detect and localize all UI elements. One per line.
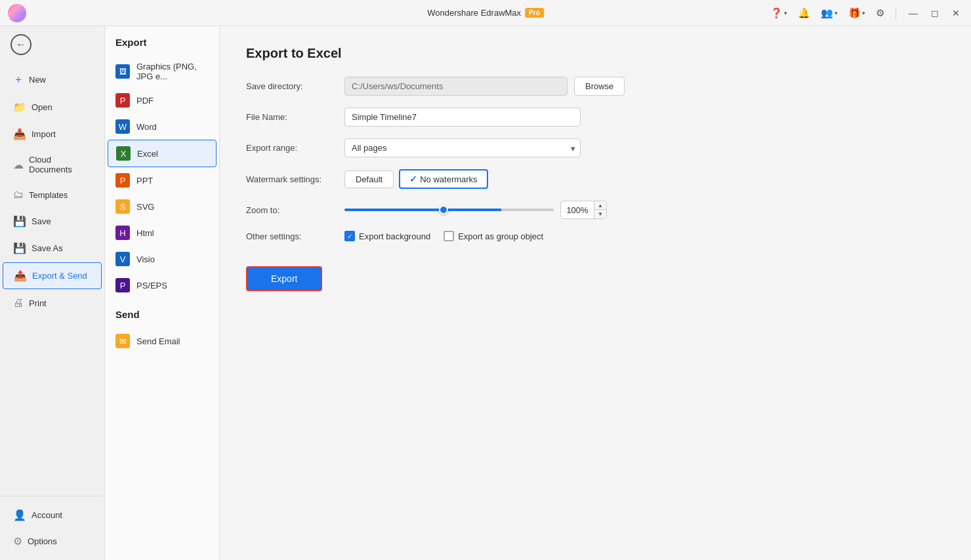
middle-panel: Export 🖼 Graphics (PNG, JPG e... P PDF W…	[105, 26, 220, 560]
settings-icon-btn[interactable]: ⚙	[874, 5, 886, 21]
word-icon: W	[115, 119, 130, 134]
new-icon: ＋	[13, 73, 24, 87]
panel-item-visio[interactable]: V Visio	[105, 246, 219, 272]
pdf-icon: P	[115, 93, 130, 108]
other-settings-row: Other settings: ✓ Export background Expo…	[246, 231, 945, 241]
watermark-label: Watermark settings:	[246, 174, 344, 184]
panel-item-ppt[interactable]: P PPT	[105, 167, 219, 193]
file-name-input[interactable]	[344, 108, 581, 127]
notification-icon-btn[interactable]: 🔔	[796, 5, 812, 21]
ppt-icon: P	[115, 173, 130, 188]
watermark-none-button[interactable]: ✓ No watermarks	[399, 169, 487, 189]
avatar	[8, 4, 26, 22]
account-icon: 👤	[13, 509, 26, 521]
file-name-row: File Name:	[246, 108, 945, 127]
zoom-value-group: ▲ ▼	[560, 201, 607, 219]
panel-item-word[interactable]: W Word	[105, 113, 219, 140]
pseps-icon: P	[115, 278, 130, 292]
panel-item-graphics[interactable]: 🖼 Graphics (PNG, JPG e...	[105, 56, 219, 87]
panel-item-label-sendemail: Send Email	[136, 336, 180, 346]
sidebar-item-label-saveas: Save As	[31, 243, 63, 253]
close-button[interactable]: ✕	[949, 7, 963, 20]
gift-icon-btn[interactable]: 🎁▾	[846, 5, 867, 21]
save-directory-label: Save directory:	[246, 81, 344, 91]
panel-item-label-graphics: Graphics (PNG, JPG e...	[136, 62, 209, 81]
export-section-title: Export	[105, 37, 219, 56]
send-section-title: Send	[105, 298, 219, 328]
left-sidebar: ← ＋ New 📁 Open 📥 Import ☁ Cloud Document…	[0, 26, 105, 560]
file-name-controls	[344, 108, 945, 127]
sidebar-item-save[interactable]: 💾 Save	[3, 209, 102, 234]
export-range-select[interactable]: All pages Current page Selected pages	[344, 138, 581, 157]
restore-button[interactable]: ◻	[928, 7, 942, 20]
excel-icon: X	[116, 146, 131, 161]
titlebar-center: Wondershare EdrawMax Pro	[427, 8, 544, 18]
zoom-up-button[interactable]: ▲	[594, 201, 606, 210]
back-button[interactable]: ←	[0, 26, 104, 63]
export-range-controls: All pages Current page Selected pages ▾	[344, 138, 945, 157]
panel-item-pseps[interactable]: P PS/EPS	[105, 272, 219, 298]
templates-icon: 🗂	[13, 189, 24, 201]
sidebar-item-export[interactable]: 📤 Export & Send	[3, 262, 102, 289]
export-range-row: Export range: All pages Current page Sel…	[246, 138, 945, 157]
save-directory-row: Save directory: Browse	[246, 77, 945, 96]
help-icon-btn[interactable]: ❓▾	[768, 5, 789, 21]
panel-item-svg[interactable]: S SVG	[105, 193, 219, 220]
zoom-row: Zoom to: ▲ ▼	[246, 201, 945, 219]
svg-icon: S	[115, 199, 130, 214]
sidebar-item-print[interactable]: 🖨 Print	[3, 290, 102, 315]
sidebar-item-new[interactable]: ＋ New	[3, 66, 102, 93]
cloud-icon: ☁	[13, 159, 24, 171]
other-settings-controls: ✓ Export background Export as group obje…	[344, 231, 945, 241]
export-button[interactable]: Export	[246, 266, 322, 291]
panel-item-label-word: Word	[136, 122, 157, 132]
sidebar-item-open[interactable]: 📁 Open	[3, 94, 102, 120]
zoom-value-input[interactable]	[561, 203, 594, 218]
titlebar: Wondershare EdrawMax Pro ❓▾ 🔔 👥▾ 🎁▾ ⚙ — …	[0, 0, 971, 26]
watermark-check-icon: ✓	[409, 174, 417, 184]
export-background-checkbox[interactable]: ✓ Export background	[344, 231, 430, 241]
sidebar-item-label-export: Export & Send	[32, 271, 87, 281]
export-icon: 📤	[14, 270, 27, 282]
other-settings-label: Other settings:	[246, 231, 344, 241]
sidebar-item-options[interactable]: ⚙ Options	[3, 529, 102, 554]
watermark-row: Watermark settings: Default ✓ No waterma…	[246, 169, 945, 189]
html-icon: H	[115, 226, 130, 240]
sidebar-item-cloud[interactable]: ☁ Cloud Documents	[3, 148, 102, 181]
watermark-default-button[interactable]: Default	[344, 170, 394, 188]
sidebar-item-templates[interactable]: 🗂 Templates	[3, 182, 102, 207]
pro-badge: Pro	[525, 8, 544, 18]
export-group-label: Export as group object	[458, 231, 543, 241]
app-name: Wondershare EdrawMax	[427, 8, 521, 18]
zoom-slider[interactable]	[344, 209, 554, 211]
export-group-checkbox[interactable]: Export as group object	[444, 231, 543, 241]
panel-item-html[interactable]: H Html	[105, 220, 219, 246]
zoom-down-button[interactable]: ▼	[594, 210, 606, 218]
panel-item-label-pseps: PS/EPS	[136, 281, 167, 290]
page-title: Export to Excel	[246, 46, 945, 61]
panel-item-label-excel: Excel	[137, 149, 158, 159]
save-directory-controls: Browse	[344, 77, 945, 96]
checkbox-group: ✓ Export background Export as group obje…	[344, 231, 543, 241]
save-directory-input[interactable]	[344, 77, 568, 96]
panel-item-label-visio: Visio	[136, 254, 155, 264]
checkbox-background-icon: ✓	[344, 231, 355, 241]
people-icon-btn[interactable]: 👥▾	[819, 5, 840, 21]
sidebar-item-label-templates: Templates	[29, 190, 68, 200]
sidebar-item-label-account: Account	[31, 510, 62, 520]
back-icon: ←	[10, 34, 31, 55]
panel-item-sendemail[interactable]: ✉ Send Email	[105, 328, 219, 354]
panel-item-pdf[interactable]: P PDF	[105, 87, 219, 113]
sidebar-item-label-import: Import	[31, 129, 56, 139]
sidebar-item-saveas[interactable]: 💾 Save As	[3, 235, 102, 261]
sidebar-item-label-save: Save	[31, 216, 51, 226]
panel-item-excel[interactable]: X Excel	[108, 140, 217, 167]
sidebar-item-import[interactable]: 📥 Import	[3, 121, 102, 147]
minimize-button[interactable]: —	[905, 7, 921, 20]
import-icon: 📥	[13, 128, 26, 140]
browse-button[interactable]: Browse	[574, 77, 625, 96]
sidebar-item-account[interactable]: 👤 Account	[3, 502, 102, 528]
sidebar-item-label-print: Print	[29, 298, 47, 308]
watermark-none-label: No watermarks	[420, 174, 477, 184]
sendemail-icon: ✉	[115, 334, 130, 348]
